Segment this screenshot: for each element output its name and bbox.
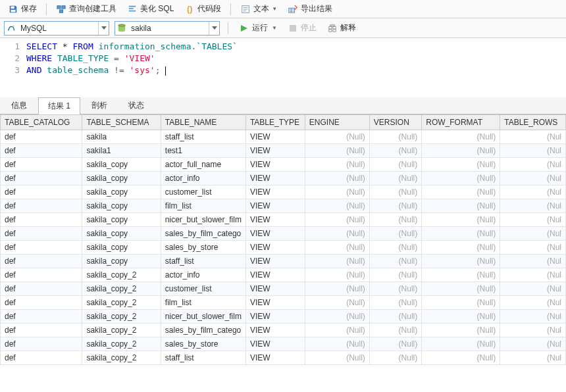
cell[interactable]: (Nul [500,337,566,351]
cell[interactable]: def [1,185,82,199]
cell[interactable]: (Null) [369,199,421,213]
column-header[interactable]: TABLE_CATALOG [1,115,82,130]
cell[interactable]: def [1,227,82,241]
cell[interactable]: (Null) [369,172,421,185]
cell[interactable]: (Null) [422,324,500,337]
cell[interactable]: sakila_copy [82,227,161,241]
cell[interactable]: (Nul [500,158,566,172]
sql-editor[interactable]: 123 SELECT * FROM information_schema.`TA… [0,38,566,97]
cell[interactable]: sales_by_store [161,241,245,255]
cell[interactable]: (Null) [305,296,369,310]
cell[interactable]: sakila_copy_2 [82,337,161,351]
cell[interactable]: VIEW [245,282,305,296]
cell[interactable]: sakila_copy_2 [82,324,161,337]
cell[interactable]: (Null) [422,351,500,365]
cell[interactable]: (Nul [500,213,566,227]
cell[interactable]: def [1,324,82,337]
cell[interactable]: (Null) [422,255,500,268]
table-row[interactable]: defsakila_copy_2actor_infoVIEW(Null)(Nul… [1,268,566,282]
table-row[interactable]: defsakila_copyactor_full_nameVIEW(Null)(… [1,158,566,172]
cell[interactable]: VIEW [245,351,305,365]
column-header[interactable]: VERSION [369,115,421,130]
column-header[interactable]: TABLE_SCHEMA [82,115,161,130]
cell[interactable]: VIEW [245,296,305,310]
cell[interactable]: (Null) [305,172,369,185]
cell[interactable]: (Null) [305,255,369,268]
table-row[interactable]: defsakila_copycustomer_listVIEW(Null)(Nu… [1,185,566,199]
cell[interactable]: VIEW [245,199,305,213]
cell[interactable]: sales_by_film_catego [161,324,245,337]
beautify-sql-button[interactable]: 美化 SQL [123,2,178,16]
cell[interactable]: def [1,255,82,268]
result-grid-wrap[interactable]: TABLE_CATALOGTABLE_SCHEMATABLE_NAMETABLE… [0,114,566,392]
query-builder-button[interactable]: 查询创建工具 [52,2,120,16]
cell[interactable]: customer_list [161,185,245,199]
cell[interactable]: (Null) [369,310,421,324]
cell[interactable]: (Null) [305,268,369,282]
cell[interactable]: staff_list [161,255,245,268]
column-header[interactable]: ENGINE [305,115,369,130]
table-row[interactable]: defsakila_copy_2customer_listVIEW(Null)(… [1,282,566,296]
cell[interactable]: (Null) [422,227,500,241]
cell[interactable]: (Null) [305,213,369,227]
stop-button[interactable]: 停止 [285,21,319,35]
cell[interactable]: (Null) [369,282,421,296]
cell[interactable]: (Nul [500,268,566,282]
cell[interactable]: (Null) [369,255,421,268]
cell[interactable]: (Null) [422,172,500,185]
cell[interactable]: (Null) [422,310,500,324]
tab-profile[interactable]: 剖析 [82,97,117,114]
cell[interactable]: (Nul [500,296,566,310]
table-row[interactable]: defsakila_copy_2sales_by_film_categoVIEW… [1,324,566,337]
cell[interactable]: (Null) [369,337,421,351]
column-header[interactable]: TABLE_TYPE [245,115,305,130]
cell[interactable]: def [1,144,82,158]
cell[interactable]: (Nul [500,130,566,144]
cell[interactable]: (Null) [369,185,421,199]
cell[interactable]: (Null) [422,158,500,172]
cell[interactable]: sakila_copy_2 [82,310,161,324]
cell[interactable]: (Null) [305,337,369,351]
cell[interactable]: VIEW [245,172,305,185]
cell[interactable]: (Nul [500,324,566,337]
cell[interactable]: (Null) [369,158,421,172]
connection-combo[interactable]: MySQL [4,21,109,36]
cell[interactable]: (Null) [422,296,500,310]
cell[interactable]: (Null) [422,199,500,213]
cell[interactable]: (Null) [422,185,500,199]
table-row[interactable]: defsakila_copystaff_listVIEW(Null)(Null)… [1,255,566,268]
cell[interactable]: sales_by_store [161,337,245,351]
cell[interactable]: def [1,241,82,255]
cell[interactable]: actor_full_name [161,158,245,172]
cell[interactable]: staff_list [161,130,245,144]
cell[interactable]: sakila_copy_2 [82,282,161,296]
cell[interactable]: sakila_copy [82,172,161,185]
cell[interactable]: (Null) [369,351,421,365]
table-row[interactable]: defsakila_copysales_by_storeVIEW(Null)(N… [1,241,566,255]
table-row[interactable]: defsakila_copy_2film_listVIEW(Null)(Null… [1,296,566,310]
table-row[interactable]: defsakila_copynicer_but_slower_filmVIEW(… [1,213,566,227]
cell[interactable]: def [1,213,82,227]
cell[interactable]: VIEW [245,310,305,324]
cell[interactable]: VIEW [245,213,305,227]
cell[interactable]: (Null) [369,130,421,144]
cell[interactable]: VIEW [245,158,305,172]
cell[interactable]: (Null) [369,213,421,227]
cell[interactable]: nicer_but_slower_film [161,310,245,324]
table-row[interactable]: defsakila_copyfilm_listVIEW(Null)(Null)(… [1,199,566,213]
cell[interactable]: def [1,310,82,324]
cell[interactable]: (Nul [500,282,566,296]
cell[interactable]: sakila [82,130,161,144]
cell[interactable]: (Null) [305,351,369,365]
cell[interactable]: VIEW [245,255,305,268]
cell[interactable]: sakila_copy [82,241,161,255]
cell[interactable]: (Null) [369,296,421,310]
cell[interactable]: def [1,282,82,296]
cell[interactable]: (Null) [305,310,369,324]
explain-button[interactable]: 解释 [324,21,359,35]
table-row[interactable]: defsakila_copy_2staff_listVIEW(Null)(Nul… [1,351,566,365]
cell[interactable]: (Nul [500,144,566,158]
cell[interactable]: sakila_copy_2 [82,296,161,310]
cell[interactable]: actor_info [161,172,245,185]
cell[interactable]: sakila_copy [82,199,161,213]
